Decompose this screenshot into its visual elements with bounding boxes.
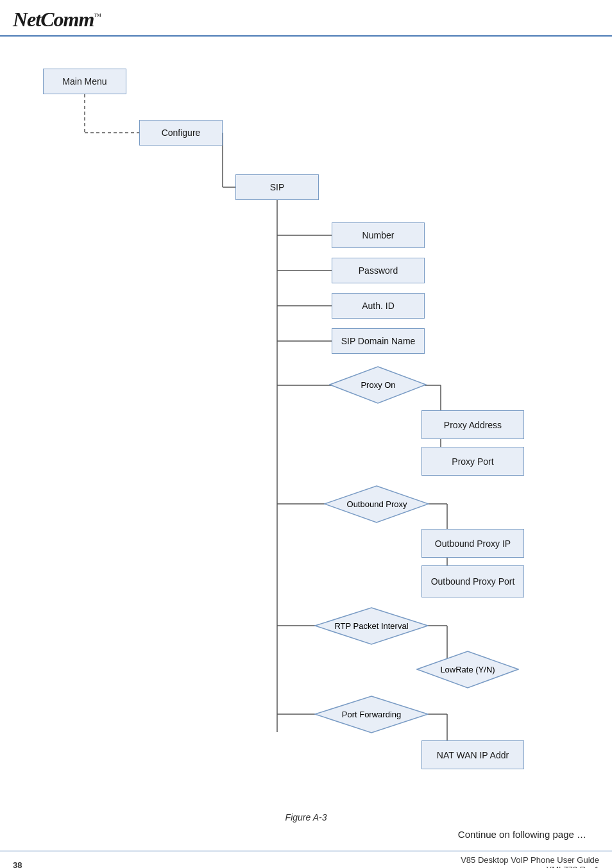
password-label: Password bbox=[359, 265, 398, 276]
password-box: Password bbox=[332, 258, 425, 283]
sip-domain-box: SIP Domain Name bbox=[332, 328, 425, 354]
footer-title: V85 Desktop VoIP Phone User Guide YML772… bbox=[461, 855, 599, 868]
logo: NetComm™ bbox=[13, 8, 101, 31]
outbound-proxy-port-label: Outbound Proxy Port bbox=[431, 576, 515, 587]
footer: 38 V85 Desktop VoIP Phone User Guide YML… bbox=[0, 851, 612, 868]
port-forwarding-label: Port Forwarding bbox=[314, 695, 429, 734]
nat-wan-box: NAT WAN IP Addr bbox=[421, 740, 524, 769]
footer-subtitle-text: YML772 Rev1 bbox=[547, 865, 599, 868]
configure-label: Configure bbox=[162, 128, 201, 138]
outbound-proxy-label: Outbound Proxy bbox=[324, 485, 430, 524]
lowrate-label: LowRate (Y/N) bbox=[416, 650, 519, 689]
proxy-address-label: Proxy Address bbox=[444, 420, 502, 430]
proxy-on-label: Proxy On bbox=[329, 365, 427, 405]
footer-title-text: V85 Desktop VoIP Phone User Guide bbox=[461, 855, 599, 865]
footer-page: 38 bbox=[13, 860, 22, 869]
lowrate-diamond-container: LowRate (Y/N) bbox=[416, 650, 519, 689]
rtp-packet-diamond-container: RTP Packet Interval bbox=[314, 606, 429, 646]
main-content: Main Menu Configure SIP Number Password … bbox=[0, 37, 612, 868]
configure-box: Configure bbox=[139, 120, 223, 146]
auth-id-box: Auth. ID bbox=[332, 293, 425, 319]
proxy-port-label: Proxy Port bbox=[452, 456, 493, 467]
sip-box: SIP bbox=[235, 174, 319, 200]
number-label: Number bbox=[362, 230, 395, 240]
figure-caption: Figure A-3 bbox=[13, 812, 599, 822]
continue-text: Continue on following page … bbox=[13, 829, 599, 840]
nat-wan-label: NAT WAN IP Addr bbox=[437, 750, 509, 760]
rtp-packet-label: RTP Packet Interval bbox=[314, 606, 429, 646]
port-forwarding-diamond-container: Port Forwarding bbox=[314, 695, 429, 734]
sip-label: SIP bbox=[270, 182, 285, 192]
logo-tm: ™ bbox=[94, 12, 101, 21]
logo-text: NetComm bbox=[13, 8, 94, 31]
proxy-port-box: Proxy Port bbox=[421, 447, 524, 476]
sip-domain-label: SIP Domain Name bbox=[341, 336, 416, 346]
proxy-on-diamond-container: Proxy On bbox=[329, 365, 427, 405]
main-menu-label: Main Menu bbox=[62, 76, 106, 87]
proxy-address-box: Proxy Address bbox=[421, 410, 524, 439]
main-menu-box: Main Menu bbox=[43, 69, 126, 94]
auth-id-label: Auth. ID bbox=[362, 301, 395, 311]
outbound-proxy-diamond-container: Outbound Proxy bbox=[324, 485, 430, 524]
outbound-proxy-ip-label: Outbound Proxy IP bbox=[435, 538, 511, 549]
header: NetComm™ bbox=[0, 0, 612, 37]
outbound-proxy-ip-box: Outbound Proxy IP bbox=[421, 529, 524, 558]
outbound-proxy-port-box: Outbound Proxy Port bbox=[421, 565, 524, 597]
number-box: Number bbox=[332, 222, 425, 248]
diagram: Main Menu Configure SIP Number Password … bbox=[24, 49, 588, 793]
